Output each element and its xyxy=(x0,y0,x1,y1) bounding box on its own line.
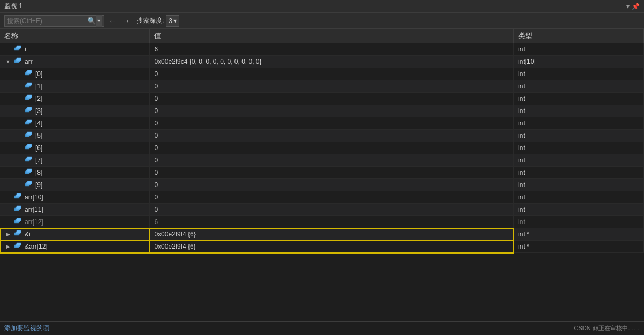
value-cell: 0 xyxy=(150,191,514,204)
add-watch-link[interactable]: 添加要监视的项 xyxy=(4,324,49,333)
value-cell: 0 xyxy=(150,117,514,130)
table-row: ▶ &i0x00e2f9f4 {6}int * xyxy=(0,228,644,241)
variable-icon xyxy=(25,82,33,91)
table-row: [1]0int xyxy=(0,80,644,93)
value-cell: 6 xyxy=(150,216,514,228)
watch-table-wrapper: 名称 值 类型 i6int▼ arr0x00e2f9c4 {0, 0, 0, 0… xyxy=(0,29,644,335)
table-row: ▶ &arr[12]0x00e2f9f4 {6}int * xyxy=(0,241,644,253)
svg-rect-14 xyxy=(27,95,32,98)
value-cell: 0x00e2f9c4 {0, 0, 0, 0, 0, 0, 0, 0, 0, 0… xyxy=(150,56,514,68)
variable-name: [7] xyxy=(35,157,42,164)
name-cell: [3] xyxy=(0,105,150,117)
type-cell: int xyxy=(514,117,644,130)
type-cell: int xyxy=(514,105,644,117)
name-cell: arr[10] xyxy=(0,191,150,204)
name-cell: [4] xyxy=(0,117,150,130)
variable-icon xyxy=(14,230,22,239)
name-cell: [5] xyxy=(0,130,150,142)
depth-value: 3 xyxy=(169,17,172,25)
table-header-row: 名称 值 类型 xyxy=(0,29,644,43)
variable-icon xyxy=(14,205,22,214)
value-cell: 0 xyxy=(150,80,514,93)
variable-icon xyxy=(25,119,33,128)
back-button[interactable]: ← xyxy=(107,16,118,26)
svg-rect-50 xyxy=(17,243,21,245)
watch-table: 名称 值 类型 i6int▼ arr0x00e2f9c4 {0, 0, 0, 0… xyxy=(0,29,644,253)
variable-name: i xyxy=(25,46,26,53)
name-cell: arr[11] xyxy=(0,204,150,216)
search-input[interactable] xyxy=(7,17,87,25)
title-bar: 监视 1 ▾ 📌 xyxy=(0,0,644,13)
type-cell: int * xyxy=(514,228,644,241)
table-row: [0]0int xyxy=(0,68,644,80)
depth-label: 搜索深度: xyxy=(137,16,164,25)
variable-icon xyxy=(25,94,33,103)
expand-arrow-icon[interactable]: ▶ xyxy=(4,243,12,250)
expand-arrow-icon[interactable]: ▶ xyxy=(4,230,12,238)
name-cell: [8] xyxy=(0,167,150,179)
table-row: [8]0int xyxy=(0,167,644,179)
type-cell: int xyxy=(514,130,644,142)
variable-name: [9] xyxy=(35,181,42,189)
svg-rect-29 xyxy=(27,157,32,159)
table-row: arr[11]0int xyxy=(0,204,644,216)
table-row: [6]0int xyxy=(0,142,644,154)
search-box[interactable]: 🔍 ▾ xyxy=(4,15,104,27)
type-cell: int xyxy=(514,216,644,228)
name-cell: [6] xyxy=(0,142,150,154)
variable-name: [1] xyxy=(35,83,42,90)
pin-icon[interactable]: ▾ xyxy=(626,3,630,10)
variable-name: [2] xyxy=(35,95,42,102)
variable-icon xyxy=(25,107,33,115)
depth-dropdown-icon[interactable]: ▾ xyxy=(173,17,177,25)
type-cell: int xyxy=(514,68,644,80)
search-icon: 🔍 xyxy=(87,17,96,25)
variable-name: [4] xyxy=(35,120,42,127)
type-cell: int xyxy=(514,154,644,167)
variable-icon xyxy=(25,156,33,165)
pin-button[interactable]: 📌 xyxy=(632,3,640,10)
toolbar: 🔍 ▾ ← → 搜索深度: 3 ▾ xyxy=(0,13,644,29)
svg-rect-35 xyxy=(27,181,32,184)
table-row: ▼ arr0x00e2f9c4 {0, 0, 0, 0, 0, 0, 0, 0,… xyxy=(0,56,644,68)
type-cell: int xyxy=(514,191,644,204)
table-row: [4]0int xyxy=(0,117,644,130)
type-cell: int xyxy=(514,204,644,216)
name-cell: ▶ &arr[12] xyxy=(0,241,150,253)
variable-icon xyxy=(25,70,33,78)
variable-name: [6] xyxy=(35,144,42,152)
value-cell: 0 xyxy=(150,68,514,80)
type-cell: int xyxy=(514,43,644,56)
svg-rect-11 xyxy=(27,83,32,85)
svg-rect-23 xyxy=(27,132,32,135)
name-cell: [0] xyxy=(0,68,150,80)
type-cell: int xyxy=(514,80,644,93)
value-cell: 0 xyxy=(150,179,514,191)
variable-name: [3] xyxy=(35,107,42,115)
variable-name: arr[11] xyxy=(25,206,43,213)
type-cell: int * xyxy=(514,241,644,253)
expand-arrow-icon[interactable]: ▼ xyxy=(4,58,12,65)
value-cell: 6 xyxy=(150,43,514,56)
name-cell: ▶ &i xyxy=(0,228,150,241)
bottom-bar: 添加要监视的项 CSDN @正在审核中…… xyxy=(0,321,644,335)
table-row: [5]0int xyxy=(0,130,644,142)
depth-selector[interactable]: 3 ▾ xyxy=(166,15,179,27)
variable-icon xyxy=(25,181,33,189)
variable-name: arr xyxy=(25,58,33,65)
table-row: [7]0int xyxy=(0,154,644,167)
table-row: arr[12]6int xyxy=(0,216,644,228)
value-cell: 0x00e2f9f4 {6} xyxy=(150,228,514,241)
table-row: [3]0int xyxy=(0,105,644,117)
name-cell: ▼ arr xyxy=(0,56,150,68)
col-header-type: 类型 xyxy=(514,29,644,43)
name-cell: [1] xyxy=(0,80,150,93)
value-cell: 0 xyxy=(150,93,514,105)
table-row: i6int xyxy=(0,43,644,56)
forward-button[interactable]: → xyxy=(120,16,132,26)
col-header-value: 值 xyxy=(150,29,514,43)
variable-name: [5] xyxy=(35,132,42,139)
value-cell: 0 xyxy=(150,154,514,167)
search-dropdown-button[interactable]: ▾ xyxy=(96,15,102,27)
variable-icon xyxy=(25,144,33,152)
